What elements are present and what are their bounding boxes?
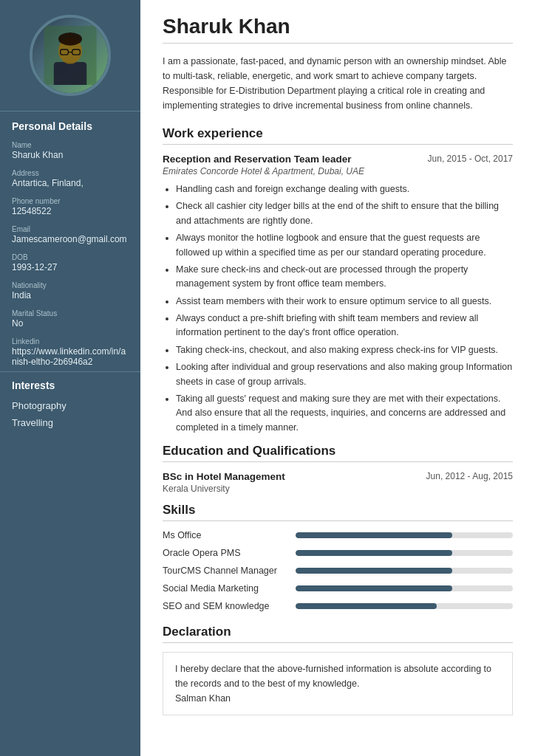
skill-name-0: Ms Office <box>163 530 296 540</box>
candidate-name: Sharuk Khan <box>163 15 513 38</box>
skill-row-2: TourCMS Channel Manager <box>163 566 513 576</box>
bullet-7: Looking after individual and group reser… <box>176 360 513 389</box>
address-label: Address <box>0 165 140 178</box>
interest-photography: Photography <box>0 397 140 414</box>
declaration-signatory: Salman Khan <box>175 691 500 706</box>
skill-bar-fill-0 <box>296 532 452 538</box>
svg-point-7 <box>58 32 82 46</box>
job-bullets-0: Handling cash and foreign exchange deali… <box>163 182 513 435</box>
bullet-1: Check all cashier city ledger bills at t… <box>176 199 513 228</box>
name-value: Sharuk Khan <box>0 150 140 165</box>
summary-text: I am a passionate, fast-paced, and dynam… <box>163 54 513 113</box>
job-entry-0: Reception and Reservation Team leader Ju… <box>163 154 513 435</box>
nationality-value: India <box>0 290 140 305</box>
skill-name-3: Social Media Marketing <box>163 583 296 594</box>
skill-name-2: TourCMS Channel Manager <box>163 566 296 576</box>
nationality-label: Nationality <box>0 277 140 290</box>
edu-school-0: Kerala University <box>163 484 513 494</box>
email-value: Jamescameroon@gmail.com <box>0 234 140 249</box>
work-experience-title: Work experience <box>163 126 513 141</box>
bullet-4: Assist team members with their work to e… <box>176 295 513 309</box>
skills-divider <box>163 520 513 521</box>
bullet-8: Taking all guests' request and making su… <box>176 392 513 435</box>
job-dates-0: Jun, 2015 - Oct, 2017 <box>428 154 513 164</box>
edu-degree-0: BSc in Hotel Management <box>163 471 285 482</box>
bullet-5: Always conduct a pre-shift briefing with… <box>176 312 513 340</box>
declaration-divider <box>163 642 513 643</box>
skill-row-4: SEO and SEM knowledge <box>163 601 513 611</box>
dob-label: DOB <box>0 249 140 262</box>
sidebar: Personal Details Name Sharuk Khan Addres… <box>0 0 140 756</box>
education-title: Education and Qualifications <box>163 444 513 458</box>
avatar <box>30 15 111 96</box>
skill-bar-bg-0 <box>296 532 513 538</box>
phone-label: Phone number <box>0 193 140 206</box>
skills-title: Skills <box>163 503 513 518</box>
skill-bar-bg-3 <box>296 585 513 591</box>
skill-bar-bg-2 <box>296 568 513 574</box>
skill-bar-fill-2 <box>296 568 452 574</box>
declaration-text: I hereby declare that the above-furnishe… <box>175 662 500 691</box>
personal-details-title: Personal Details <box>0 111 140 137</box>
main-content: Sharuk Khan I am a passionate, fast-pace… <box>140 0 535 756</box>
name-divider <box>163 43 513 44</box>
bullet-6: Taking check-ins, checkout, and also mak… <box>176 343 513 357</box>
dob-value: 1993-12-27 <box>0 262 140 277</box>
skill-bar-fill-3 <box>296 585 452 591</box>
linkedin-value: https://www.linkedin.com/in/anish-eltho-… <box>0 346 140 371</box>
skills-section: Ms Office Oracle Opera PMS TourCMS Chann… <box>163 530 513 611</box>
marital-status-label: Marital Status <box>0 305 140 318</box>
svg-rect-2 <box>54 62 86 85</box>
bullet-2: Always monitor the hotline logbook and e… <box>176 231 513 260</box>
skill-bar-fill-4 <box>296 603 437 609</box>
job-company-0: Emirates Concorde Hotel & Apartment, Dub… <box>163 166 513 176</box>
name-label: Name <box>0 137 140 150</box>
linkedin-label: Linkedin <box>0 333 140 346</box>
skill-row-1: Oracle Opera PMS <box>163 548 513 558</box>
job-title-0: Reception and Reservation Team leader <box>163 154 352 165</box>
interest-travelling: Travelling <box>0 414 140 431</box>
declaration-title: Declaration <box>163 625 513 639</box>
skill-bar-bg-1 <box>296 550 513 556</box>
phone-value: 12548522 <box>0 206 140 221</box>
skill-row-0: Ms Office <box>163 530 513 540</box>
edu-entry-0: BSc in Hotel Management Jun, 2012 - Aug,… <box>163 471 513 494</box>
edu-dates-0: Jun, 2012 - Aug, 2015 <box>426 471 513 481</box>
declaration-box: I hereby declare that the above-furnishe… <box>163 652 513 715</box>
skill-bar-bg-4 <box>296 603 513 609</box>
skill-bar-fill-1 <box>296 550 452 556</box>
marital-status-value: No <box>0 318 140 333</box>
education-divider <box>163 461 513 462</box>
skill-row-3: Social Media Marketing <box>163 583 513 594</box>
skill-name-4: SEO and SEM knowledge <box>163 601 296 611</box>
work-experience-divider <box>163 144 513 145</box>
email-label: Email <box>0 221 140 234</box>
address-value: Antartica, Finland, <box>0 178 140 193</box>
skill-name-1: Oracle Opera PMS <box>163 548 296 558</box>
bullet-3: Make sure check-ins and check-out are pr… <box>176 263 513 292</box>
bullet-0: Handling cash and foreign exchange deali… <box>176 182 513 196</box>
interests-title: Interests <box>0 371 140 397</box>
